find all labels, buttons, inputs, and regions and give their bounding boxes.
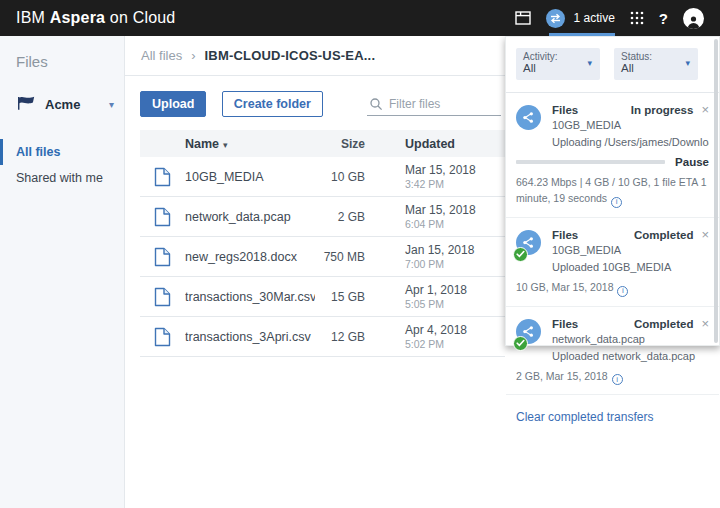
transfer-meta: 2 GB, Mar 15, 2018i	[516, 368, 709, 386]
brand-ibm: IBM	[16, 9, 50, 26]
pause-button[interactable]: Pause	[675, 156, 709, 168]
app-title: IBM Aspera on Cloud	[16, 9, 175, 27]
close-icon[interactable]: ×	[701, 230, 709, 240]
info-icon[interactable]: i	[611, 197, 622, 208]
breadcrumb: All files › IBM-CLOUD-ICOS-US-EA...	[125, 36, 505, 76]
activity-filter-dropdown[interactable]: Activity: All ▾	[516, 48, 600, 80]
transfer-meta: 10 GB, Mar 15, 2018i	[516, 279, 709, 297]
column-header-updated[interactable]: Updated	[405, 137, 455, 151]
success-check-icon	[513, 247, 528, 262]
success-check-icon	[513, 336, 528, 351]
user-avatar-icon[interactable]	[683, 8, 704, 29]
file-updated: Apr 1, 20185:05 PM	[405, 283, 467, 310]
transfers-panel: Activity: All ▾ Status: All ▾ Files In p…	[505, 36, 720, 346]
transfer-status: Completed	[634, 318, 693, 330]
table-header-row: Name▾ Size Updated	[140, 130, 505, 157]
table-row[interactable]: new_regs2018.docx 750 MB Jan 15, 20187:0…	[140, 237, 505, 277]
transfer-stats: 664.23 Mbps | 4 GB / 10 GB, 1 file ETA 1…	[516, 174, 709, 208]
sidebar: Files Acme ▾ All files Shared with me	[0, 36, 125, 508]
sort-caret-icon: ▾	[223, 140, 228, 150]
transfer-file-name: network_data.pcap	[552, 333, 709, 345]
files-table: Name▾ Size Updated 10GB_MEDIA 10 GB Mar …	[140, 130, 505, 357]
panel-scrollbar[interactable]	[714, 39, 718, 343]
file-name: network_data.pcap	[185, 210, 315, 224]
file-size: 12 GB	[315, 330, 365, 344]
transfer-detail: Uploading /Users/james/Downloads/10GB_ME…	[552, 136, 709, 148]
window-layout-icon[interactable]	[515, 11, 531, 25]
transfer-app: Files	[552, 229, 634, 241]
filter-files-input[interactable]	[389, 97, 501, 111]
help-icon[interactable]: ?	[659, 10, 668, 27]
org-logo-icon	[16, 94, 36, 115]
sidebar-item-all-files[interactable]: All files	[0, 139, 124, 165]
file-updated: Mar 15, 20186:04 PM	[405, 203, 476, 230]
upload-button[interactable]: Upload	[140, 91, 206, 117]
transfer-app: Files	[552, 104, 631, 116]
progress-bar	[516, 160, 665, 164]
file-name: transactions_30Mar.csv	[185, 290, 315, 304]
file-size: 10 GB	[315, 170, 365, 184]
search-icon	[369, 97, 383, 111]
org-name: Acme	[45, 97, 109, 112]
toolbar: Upload Create folder	[125, 76, 505, 130]
chevron-down-icon: ▾	[587, 58, 592, 68]
file-size: 15 GB	[315, 290, 365, 304]
chevron-right-icon: ›	[191, 48, 195, 63]
breadcrumb-current: IBM-CLOUD-ICOS-US-EA...	[205, 48, 376, 63]
active-tab-underline	[549, 33, 615, 36]
breadcrumb-parent[interactable]: All files	[141, 48, 182, 63]
column-header-name[interactable]: Name▾	[185, 137, 315, 151]
file-icon	[140, 167, 185, 187]
status-filter-dropdown[interactable]: Status: All ▾	[614, 48, 698, 80]
transfer-status: In progress	[631, 104, 694, 116]
transfer-detail: Uploaded 10GB_MEDIA	[552, 261, 709, 273]
transfer-app: Files	[552, 318, 634, 330]
sidebar-title: Files	[0, 36, 124, 70]
apps-grid-icon[interactable]	[630, 11, 644, 25]
share-nodes-icon	[516, 105, 541, 130]
transfer-file-name: 10GB_MEDIA	[552, 119, 709, 131]
sidebar-item-shared-with-me[interactable]: Shared with me	[0, 165, 124, 191]
file-updated: Jan 15, 20187:00 PM	[405, 243, 474, 270]
file-name: transactions_3Apri.csv	[185, 330, 315, 344]
table-row[interactable]: transactions_30Mar.csv 15 GB Apr 1, 2018…	[140, 277, 505, 317]
close-icon[interactable]: ×	[701, 319, 709, 329]
table-row[interactable]: network_data.pcap 2 GB Mar 15, 20186:04 …	[140, 197, 505, 237]
transfer-card: Files In progress × 10GB_MEDIA Uploading…	[506, 93, 719, 218]
filter-files-box	[367, 92, 501, 116]
file-size: 750 MB	[315, 250, 365, 264]
create-folder-button[interactable]: Create folder	[222, 91, 323, 117]
active-transfers-count[interactable]: 1 active	[573, 11, 614, 25]
file-name: new_regs2018.docx	[185, 250, 315, 264]
close-icon[interactable]: ×	[701, 105, 709, 115]
main-content: All files › IBM-CLOUD-ICOS-US-EA... Uplo…	[125, 36, 505, 508]
info-icon[interactable]: i	[612, 374, 623, 385]
header-actions: 1 active ?	[515, 8, 704, 29]
org-switcher[interactable]: Acme ▾	[16, 94, 114, 115]
file-icon	[140, 287, 185, 307]
chevron-down-icon[interactable]: ▾	[109, 99, 114, 110]
file-updated: Apr 4, 20185:02 PM	[405, 323, 467, 350]
file-icon	[140, 207, 185, 227]
clear-completed-transfers-link[interactable]: Clear completed transfers	[516, 410, 653, 424]
top-header: IBM Aspera on Cloud 1 active ?	[0, 0, 720, 36]
table-row[interactable]: 10GB_MEDIA 10 GB Mar 15, 20183:42 PM	[140, 157, 505, 197]
file-updated: Mar 15, 20183:42 PM	[405, 163, 476, 190]
brand-suffix: on Cloud	[105, 9, 175, 26]
transfer-progress-row: Pause	[516, 156, 709, 168]
file-name: 10GB_MEDIA	[185, 170, 315, 184]
column-header-size[interactable]: Size	[315, 137, 365, 151]
transfers-icon[interactable]	[546, 9, 565, 28]
info-icon[interactable]: i	[617, 286, 628, 297]
file-icon	[140, 327, 185, 347]
transfer-card: Files Completed × network_data.pcap Uplo…	[506, 307, 719, 396]
transfer-detail: Uploaded network_data.pcap	[552, 350, 709, 362]
table-row[interactable]: transactions_3Apri.csv 12 GB Apr 4, 2018…	[140, 317, 505, 357]
sidebar-nav: All files Shared with me	[0, 139, 124, 191]
file-size: 2 GB	[315, 210, 365, 224]
transfer-card: Files Completed × 10GB_MEDIA Uploaded 10…	[506, 218, 719, 307]
app-window: IBM Aspera on Cloud 1 active ? Files	[0, 0, 720, 508]
transfer-filters: Activity: All ▾ Status: All ▾	[506, 37, 719, 93]
brand-product: Aspera	[50, 9, 105, 26]
chevron-down-icon: ▾	[685, 58, 690, 68]
